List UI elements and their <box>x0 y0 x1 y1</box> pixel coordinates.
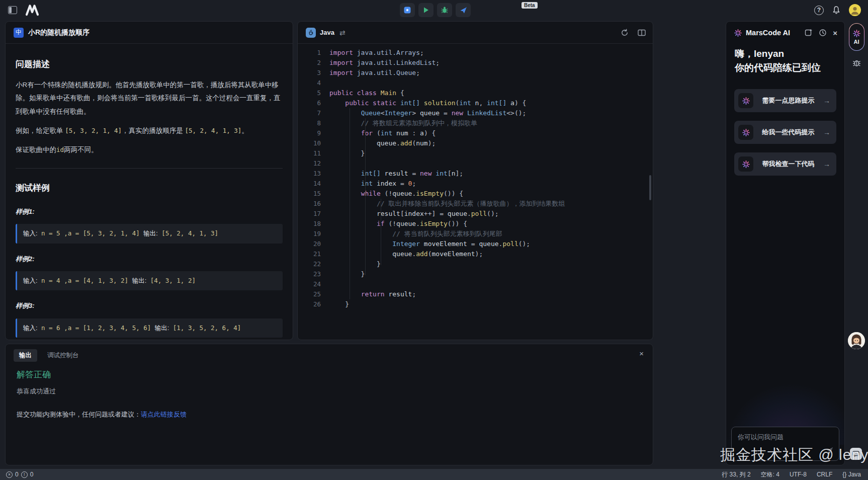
line-number: 7 <box>298 108 321 118</box>
line-number: 11 <box>298 148 321 158</box>
problem-panel: 中 小R的随机播放顺序 问题描述 小R有一个特殊的随机播放规则。他首先播放歌单中… <box>5 21 293 340</box>
beta-badge: Beta <box>522 2 538 9</box>
line-number: 4 <box>298 78 321 88</box>
sparkle-icon <box>738 93 753 108</box>
marscode-logo <box>25 4 39 18</box>
topbar-right: ? <box>814 0 861 20</box>
problem-header: 中 小R的随机播放顺序 <box>6 22 293 44</box>
run-button[interactable] <box>418 3 433 17</box>
editor-panel: Java ⇄ 1import java.util.Arrays;2import … <box>297 21 653 340</box>
problem-title: 小R的随机播放顺序 <box>28 28 90 37</box>
ai-suggestion-card[interactable]: 需要一点思路提示→ <box>734 89 836 112</box>
code-line: 18 if (!queue.isEmpty()) { <box>298 219 653 229</box>
history-icon[interactable] <box>819 29 827 37</box>
eol-sequence[interactable]: CRLF <box>817 471 832 478</box>
code-line: 17 result[index++] = queue.poll(); <box>298 209 653 219</box>
difficulty-badge: 中 <box>14 28 24 38</box>
line-number: 6 <box>298 98 321 108</box>
code-line: 15 while (!queue.isEmpty()) { <box>298 189 653 199</box>
line-number: 14 <box>298 179 321 189</box>
sample-label: 样例1: <box>16 205 283 218</box>
code-line: 14 int index = 0; <box>298 179 653 189</box>
line-number: 13 <box>298 169 321 179</box>
run-toolbar: Beta <box>400 3 471 17</box>
tab-java[interactable]: Java <box>320 29 334 36</box>
close-output-icon[interactable]: × <box>639 349 644 358</box>
code-line: 11 } <box>298 148 653 158</box>
new-chat-icon[interactable] <box>805 29 813 37</box>
sparkle-icon <box>853 30 860 37</box>
reset-code-icon[interactable] <box>621 29 629 37</box>
assistant-avatar[interactable] <box>848 332 865 349</box>
line-number: 1 <box>298 48 321 58</box>
line-number: 17 <box>298 209 321 219</box>
sample-io-block: 输入: n = 5 ,a = [5, 3, 2, 1, 4] 输出: [5, 2… <box>16 224 283 243</box>
sidebar-toggle-icon[interactable] <box>8 6 17 14</box>
switch-language-icon[interactable]: ⇄ <box>339 29 345 37</box>
output-panel: 输出 调试控制台 × 解答正确 恭喜成功通过 提交功能内测体验中，任何问题或者建… <box>5 344 653 465</box>
watermark: 掘金技术社区 @ lenyan <box>720 445 868 465</box>
section-heading-description: 问题描述 <box>16 56 283 72</box>
indent-guide <box>365 118 366 275</box>
line-number: 2 <box>298 58 321 68</box>
problems-indicator[interactable]: × 0 ! 0 <box>6 471 33 478</box>
language-mode[interactable]: {} Java <box>842 471 861 478</box>
ai-suggestion-card[interactable]: 帮我检查一下代码→ <box>734 152 836 176</box>
play-icon <box>422 7 429 14</box>
code-line: 12 <box>298 158 653 169</box>
result-subtitle: 恭喜成功通过 <box>17 387 642 396</box>
code-line: 24 <box>298 279 653 289</box>
arrow-right-icon: → <box>823 97 830 105</box>
close-ai-panel-icon[interactable]: × <box>833 29 837 37</box>
samples-list: 样例1:输入: n = 5 ,a = [5, 3, 2, 1, 4] 输出: [… <box>16 205 283 338</box>
sparkle-icon <box>738 125 753 140</box>
tab-debug-console[interactable]: 调试控制台 <box>47 351 79 360</box>
debug-button[interactable] <box>437 3 452 17</box>
code-line: 13 int[] result = new int[n]; <box>298 169 653 179</box>
tab-output[interactable]: 输出 <box>14 349 37 362</box>
problem-paragraph: 保证歌曲中的id两两不同。 <box>16 143 283 156</box>
line-number: 12 <box>298 158 321 169</box>
ai-rail-button[interactable]: AI <box>849 23 864 51</box>
ai-suggestion-label: 帮我检查一下代码 <box>753 159 823 169</box>
problem-body: 问题描述 小R有一个特殊的随机播放规则。他首先播放歌单中的第一首歌，播放后将其从… <box>6 44 293 346</box>
code-line: 19 // 将当前队列头部元素移到队列尾部 <box>298 229 653 239</box>
cursor-position[interactable]: 行 33, 列 2 <box>722 470 750 479</box>
arrow-right-icon: → <box>823 128 830 136</box>
help-icon[interactable]: ? <box>814 6 824 15</box>
warning-count: 0 <box>30 471 34 478</box>
code-line: 2import java.util.LinkedList; <box>298 58 653 68</box>
run-config-icon <box>403 6 411 14</box>
run-config-button[interactable] <box>400 3 415 17</box>
output-tab-bar: 输出 调试控制台 × <box>6 344 653 362</box>
notifications-bell-icon[interactable] <box>832 6 841 15</box>
divider <box>16 168 283 169</box>
feedback-link[interactable]: 请点此链接反馈 <box>141 411 187 418</box>
ai-panel-title: MarsCode AI <box>746 29 799 37</box>
code-line: 22 } <box>298 259 653 269</box>
code-line: 21 queue.add(moveElement); <box>298 249 653 259</box>
problem-paragraph: 例如，给定歌单 [5, 3, 2, 1, 4]，真实的播放顺序是 [5, 2, … <box>16 124 283 137</box>
submit-button[interactable]: Beta <box>456 3 471 17</box>
line-number: 25 <box>298 289 321 299</box>
indent-guide <box>381 199 381 265</box>
code-line: 1import java.util.Arrays; <box>298 48 653 58</box>
user-avatar[interactable] <box>849 4 861 16</box>
code-editor[interactable]: 1import java.util.Arrays;2import java.ut… <box>298 44 653 309</box>
arrow-right-icon: → <box>823 160 830 168</box>
line-number: 8 <box>298 118 321 128</box>
right-rail: AI <box>845 20 868 480</box>
sample-io-block: 输入: n = 6 ,a = [1, 2, 3, 4, 5, 6] 输出: [1… <box>16 318 283 338</box>
sparkle-icon <box>738 156 753 172</box>
editor-scrollbar[interactable] <box>649 175 651 200</box>
ai-suggestion-card[interactable]: 给我一些代码提示→ <box>734 121 836 144</box>
split-view-icon[interactable] <box>638 29 646 36</box>
line-number: 16 <box>298 199 321 209</box>
rail-debug-icon[interactable] <box>852 58 861 69</box>
sparkle-icon <box>734 29 742 37</box>
line-number: 22 <box>298 259 321 269</box>
ai-suggestion-label: 需要一点思路提示 <box>753 96 823 105</box>
braces-icon: {} <box>842 471 846 478</box>
encoding[interactable]: UTF-8 <box>790 471 807 478</box>
indentation[interactable]: 空格: 4 <box>761 470 779 479</box>
